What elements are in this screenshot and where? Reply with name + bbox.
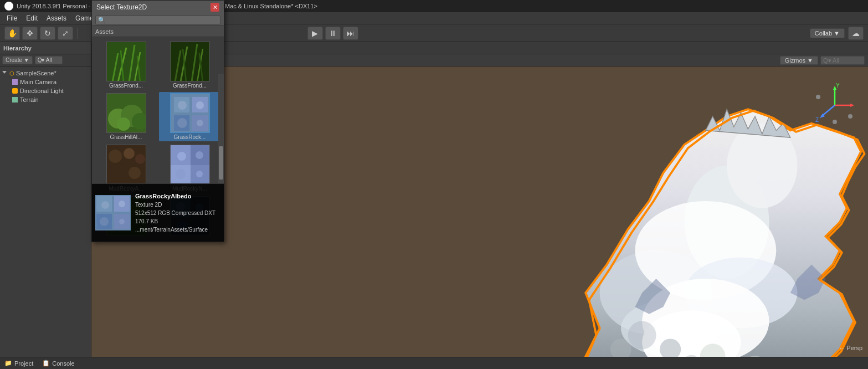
picker-scrollbar-thumb[interactable] <box>219 146 223 180</box>
toolbar-separator <box>78 28 78 39</box>
texture-label-grassfrond1: GrassFrond... <box>109 83 143 89</box>
svg-point-64 <box>129 167 141 179</box>
persp-text: ← Persp <box>839 345 862 351</box>
svg-point-73 <box>196 171 203 177</box>
rotate-tool-button[interactable]: ↻ <box>40 27 55 40</box>
console-icon: 📋 <box>42 360 50 367</box>
svg-point-60 <box>109 150 122 163</box>
axis-gizmo: Y Z <box>813 83 857 127</box>
preview-title: GrassRockyAlbedo <box>135 192 215 201</box>
play-button[interactable]: ▶ <box>307 27 323 40</box>
project-icon: 📁 <box>4 360 12 367</box>
preview-size: 512x512 RGB Compressed DXT <box>135 209 215 217</box>
main-camera-label: Main Camera <box>20 79 57 85</box>
svg-point-56 <box>196 101 204 109</box>
texture-thumb-grassfrond1 <box>106 42 146 81</box>
menu-file[interactable]: File <box>2 14 22 22</box>
terrain-label: Terrain <box>20 96 39 103</box>
project-tab[interactable]: 📁 Project <box>4 360 33 367</box>
hierarchy-panel: Hierarchy Create ▼ Q▾ All ⬡ SampleScene*… <box>0 42 91 357</box>
svg-point-89 <box>101 201 109 209</box>
svg-text:Z: Z <box>815 117 819 123</box>
menu-assets[interactable]: Assets <box>42 14 71 22</box>
texture-picker: Select Texture2D ✕ Assets <box>91 0 224 242</box>
scene-toolbar-right: Gizmos ▼ <box>780 56 865 65</box>
move-tool-button[interactable]: ✥ <box>22 27 38 40</box>
pause-button[interactable]: ⏸ <box>325 27 341 40</box>
svg-point-72 <box>176 169 186 179</box>
texture-thumb-grasshill <box>106 93 146 133</box>
svg-point-28 <box>833 120 837 124</box>
scale-tool-button[interactable]: ⤢ <box>58 27 73 40</box>
texture-item-grassrock[interactable]: GrassRock... <box>159 92 220 141</box>
hierarchy-title: Hierarchy <box>3 45 32 52</box>
svg-point-63 <box>111 163 125 177</box>
hand-tool-button[interactable]: ✋ <box>4 27 20 40</box>
texture-thumb-mudrocky2 <box>170 145 210 184</box>
step-button[interactable]: ⏭ <box>343 27 358 40</box>
scene-search-input[interactable] <box>820 56 865 65</box>
collab-label: Collab ▼ <box>815 30 840 37</box>
texture-label-grassrock: GrassRock... <box>174 134 206 140</box>
project-label: Project <box>14 360 33 367</box>
hierarchy-main-camera[interactable]: Main Camera <box>8 78 91 86</box>
svg-point-29 <box>816 95 820 99</box>
scene-icon: ⬡ <box>9 70 14 76</box>
texture-thumb-grassrock <box>170 93 210 133</box>
scene-root-item[interactable]: ⬡ SampleScene* <box>0 69 91 78</box>
picker-scrollbar[interactable] <box>218 74 224 186</box>
status-bar: 📁 Project 📋 Console <box>0 357 868 369</box>
gizmos-button[interactable]: Gizmos ▼ <box>780 56 818 65</box>
svg-marker-24 <box>850 104 854 107</box>
cloud-button[interactable]: ☁ <box>848 27 864 40</box>
hierarchy-directional-light[interactable]: Directional Light <box>8 86 91 95</box>
svg-point-58 <box>197 120 203 126</box>
picker-preview: GrassRockyAlbedo Texture 2D 512x512 RGB … <box>92 183 224 242</box>
persp-label: ← Persp <box>839 345 862 351</box>
assets-label: Assets <box>95 28 114 35</box>
hierarchy-header: Hierarchy <box>0 42 91 54</box>
light-icon <box>12 88 18 94</box>
menu-edit[interactable]: Edit <box>22 14 42 22</box>
texture-item-grassfrond1[interactable]: GrassFrond... <box>95 40 157 90</box>
svg-point-18 <box>628 321 656 350</box>
texture-item-grassfrond2[interactable]: GrassFrond... <box>159 40 220 90</box>
hierarchy-terrain[interactable]: Terrain <box>8 95 91 104</box>
camera-icon <box>12 79 18 85</box>
toolbar-right: Collab ▼ ☁ <box>810 27 864 40</box>
picker-search-input[interactable] <box>95 16 220 24</box>
texture-thumb-grassfrond2 <box>170 42 210 81</box>
texture-label-grassfrond2: GrassFrond... <box>173 83 207 89</box>
create-button[interactable]: Create ▼ <box>2 56 33 64</box>
scene-name: SampleScene* <box>16 70 57 76</box>
texture-thumb-mudrocky1 <box>106 145 146 184</box>
hierarchy-search[interactable]: Q▾ All <box>35 56 63 64</box>
svg-point-49 <box>117 117 130 131</box>
texture-item-grasshill[interactable]: GrassHillAl... <box>95 92 157 141</box>
svg-point-61 <box>124 148 135 159</box>
picker-title: Select Texture2D <box>96 3 147 11</box>
svg-point-91 <box>100 217 109 226</box>
directional-light-label: Directional Light <box>20 88 64 94</box>
picker-close-button[interactable]: ✕ <box>210 3 219 12</box>
console-tab[interactable]: 📋 Console <box>42 360 74 367</box>
svg-point-62 <box>135 154 145 164</box>
preview-path: ...ment/TerrainAssets/Surface <box>135 226 215 234</box>
picker-search <box>92 14 224 26</box>
terrain-icon <box>12 97 18 102</box>
svg-text:Y: Y <box>836 83 840 89</box>
preview-info: GrassRockyAlbedo Texture 2D 512x512 RGB … <box>135 192 215 234</box>
collab-button[interactable]: Collab ▼ <box>810 28 845 38</box>
texture-label-grasshill: GrassHillAl... <box>110 134 142 140</box>
texture-picker-header[interactable]: Select Texture2D ✕ <box>92 1 224 14</box>
svg-point-70 <box>177 152 186 161</box>
svg-point-57 <box>177 118 187 128</box>
svg-point-92 <box>119 219 125 224</box>
console-label: Console <box>52 360 74 367</box>
picker-section-header: Assets <box>92 26 224 37</box>
hierarchy-items: ⬡ SampleScene* Main Camera Directional L… <box>0 66 91 357</box>
expand-icon <box>2 71 7 76</box>
svg-point-30 <box>848 114 852 119</box>
hierarchy-toolbar: Create ▼ Q▾ All <box>0 54 91 66</box>
svg-point-55 <box>178 101 187 110</box>
